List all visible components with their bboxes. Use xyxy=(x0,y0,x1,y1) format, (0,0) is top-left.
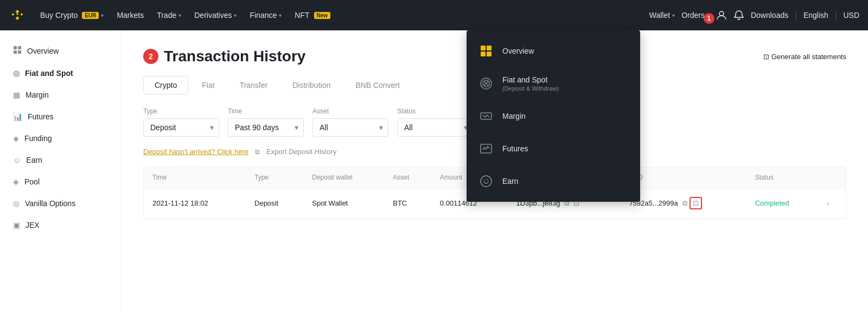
dropdown-earn-title: Earn xyxy=(502,177,519,186)
trade-chevron: ▾ xyxy=(178,12,181,18)
asset-select-wrapper: All BTC ETH xyxy=(312,118,388,137)
nav-wallet[interactable]: Wallet ▾ 1 xyxy=(649,11,675,20)
fiat-spot-sidebar-icon: ◎ xyxy=(13,69,20,78)
dropdown-margin-title: Margin xyxy=(502,112,526,120)
nft-new-badge: New xyxy=(314,12,331,19)
profile-icon xyxy=(716,10,727,21)
dropdown-overview[interactable]: Overview xyxy=(467,35,640,67)
nav-divider-2: | xyxy=(835,11,837,20)
row-arrow-icon[interactable]: › xyxy=(827,199,829,207)
nav-finance[interactable]: Finance ▾ xyxy=(244,7,287,24)
sidebar-item-overview[interactable]: Overview xyxy=(0,39,121,62)
col-action xyxy=(818,167,846,188)
tab-crypto[interactable]: Crypto xyxy=(143,76,188,94)
sidebar-item-futures[interactable]: 📊 Futures xyxy=(0,106,121,127)
status-select-wrapper: All Completed Pending xyxy=(397,118,473,137)
time-select[interactable]: Past 90 days Past 30 days Past 7 days xyxy=(228,118,304,137)
overview-icon xyxy=(477,42,495,60)
external-link-icon: ⧉ xyxy=(255,148,260,156)
nav-currency[interactable]: USD xyxy=(843,11,859,20)
row-type: Deposit xyxy=(246,188,303,219)
overview-sidebar-icon xyxy=(13,46,22,56)
nav-buy-crypto[interactable]: Buy Crypto EUR ▾ xyxy=(35,7,109,24)
tab-transfer[interactable]: Transfer xyxy=(228,76,279,94)
dropdown-margin[interactable]: Margin xyxy=(467,100,640,132)
wallet-wrapper: Wallet ▾ 1 xyxy=(649,11,675,20)
type-select-wrapper: Deposit Withdrawal xyxy=(143,118,219,137)
svg-rect-4 xyxy=(481,52,486,56)
nav-downloads[interactable]: Downloads xyxy=(751,11,788,20)
col-asset: Asset xyxy=(384,167,431,188)
tab-distribution[interactable]: Distribution xyxy=(281,76,342,94)
futures-icon xyxy=(477,140,495,157)
row-action[interactable]: › xyxy=(818,188,846,219)
asset-label: Asset xyxy=(312,107,388,115)
tab-bnb-convert[interactable]: BNB Convert xyxy=(344,76,411,94)
sidebar-item-funding[interactable]: ◈ Funding xyxy=(0,127,121,149)
deposit-arrived-link[interactable]: Deposit hasn't arrived? Click here xyxy=(143,148,248,156)
svg-point-10 xyxy=(481,176,492,187)
col-time: Time xyxy=(144,167,246,188)
eur-badge: EUR xyxy=(82,12,99,19)
sidebar-item-margin[interactable]: ▦ Margin xyxy=(0,84,121,106)
col-type: Type xyxy=(246,167,303,188)
wallet-badge-number: 1 xyxy=(704,13,714,24)
margin-sidebar-icon: ▦ xyxy=(13,91,20,99)
status-select[interactable]: All Completed Pending xyxy=(397,118,473,137)
svg-rect-5 xyxy=(487,52,492,56)
txid-copy-button[interactable]: ⊡ xyxy=(690,197,702,209)
type-select[interactable]: Deposit Withdrawal xyxy=(143,118,219,137)
nav-markets[interactable]: Markets xyxy=(111,7,149,24)
generate-statements-link[interactable]: ⊡ Generate all statements xyxy=(763,53,846,61)
svg-rect-12 xyxy=(18,46,21,49)
margin-icon xyxy=(477,107,495,125)
wallet-chevron: ▾ xyxy=(672,12,675,18)
asset-select[interactable]: All BTC ETH xyxy=(312,118,388,137)
sidebar-item-vanilla-options[interactable]: ◎ Vanilla Options xyxy=(0,193,121,214)
nav-items: Buy Crypto EUR ▾ Markets Trade ▾ Derivat… xyxy=(35,7,649,24)
fiat-spot-icon xyxy=(477,75,495,92)
sidebar-item-pool[interactable]: ◈ Pool xyxy=(0,171,121,193)
futures-sidebar-icon: 📊 xyxy=(13,112,22,121)
time-filter: Time Past 90 days Past 30 days Past 7 da… xyxy=(228,107,304,137)
generate-icon: ⊡ xyxy=(763,53,769,61)
nav-derivatives[interactable]: Derivatives ▾ xyxy=(189,7,242,24)
nav-language[interactable]: English xyxy=(803,11,828,20)
tab-fiat[interactable]: Fiat xyxy=(190,76,226,94)
nav-trade[interactable]: Trade ▾ xyxy=(151,7,187,24)
section-badge-2: 2 xyxy=(143,49,158,64)
col-deposit-wallet: Deposit wallet xyxy=(303,167,384,188)
dropdown-fiat-sub: (Deposit & Withdraw) xyxy=(502,85,559,92)
nav-notifications[interactable] xyxy=(733,10,744,21)
export-history-link[interactable]: Export Deposit History xyxy=(266,148,336,156)
main-layout: Overview ◎ Fiat and Spot ▦ Margin 📊 Futu… xyxy=(0,30,868,313)
dropdown-futures[interactable]: Futures xyxy=(467,132,640,165)
logo[interactable] xyxy=(9,7,26,24)
txid-copy-icon[interactable]: ⧉ xyxy=(682,199,687,208)
sidebar-item-fiat-spot[interactable]: ◎ Fiat and Spot xyxy=(0,62,121,84)
asset-filter: Asset All BTC ETH xyxy=(312,107,388,137)
nav-right: Wallet ▾ 1 Orders ▾ Downloads | xyxy=(649,10,859,21)
svg-rect-3 xyxy=(487,46,492,50)
page-title: Transaction History xyxy=(164,48,305,65)
svg-rect-2 xyxy=(481,46,486,50)
time-select-wrapper: Past 90 days Past 30 days Past 7 days xyxy=(228,118,304,137)
status-filter: Status All Completed Pending xyxy=(397,107,473,137)
svg-rect-14 xyxy=(18,50,21,54)
nav-profile[interactable] xyxy=(716,10,727,21)
nav-nft[interactable]: NFT New xyxy=(289,7,336,24)
buy-crypto-chevron: ▾ xyxy=(101,12,104,18)
dropdown-fiat-title: Fiat and Spot xyxy=(502,75,559,84)
bell-icon xyxy=(733,10,744,21)
finance-chevron: ▾ xyxy=(279,12,282,18)
badge-3: ⊡ xyxy=(693,199,699,207)
svg-point-1 xyxy=(719,11,724,16)
dropdown-fiat-spot[interactable]: Fiat and Spot (Deposit & Withdraw) xyxy=(467,67,640,100)
dropdown-earn[interactable]: Earn xyxy=(467,165,640,197)
sidebar-item-earn[interactable]: ☺ Earn xyxy=(0,149,121,171)
funding-sidebar-icon: ◈ xyxy=(13,134,19,143)
top-navigation: Buy Crypto EUR ▾ Markets Trade ▾ Derivat… xyxy=(0,0,868,30)
earn-icon xyxy=(477,173,495,190)
dropdown-futures-title: Futures xyxy=(502,144,528,153)
sidebar-item-jex[interactable]: ▣ JEX xyxy=(0,214,121,236)
